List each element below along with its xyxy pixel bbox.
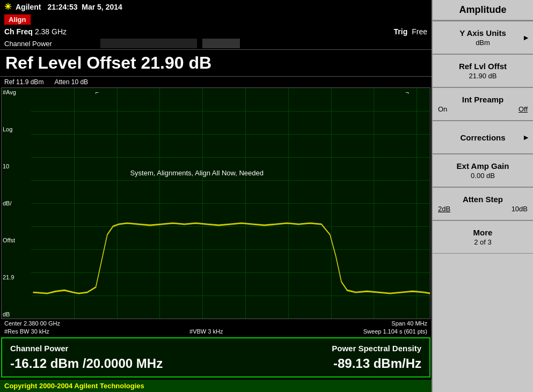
y-axis-units-value: dBm — [476, 39, 490, 47]
ch-freq-value: 2.38 GHz — [35, 27, 67, 36]
y-axis-units-arrow: ► — [522, 33, 530, 42]
int-preamp-on: On — [438, 105, 447, 113]
more-label: More — [473, 228, 493, 237]
bracket-left: ⌐ — [96, 89, 99, 95]
psd-header: Power Spectral Density — [332, 344, 421, 353]
ref-level-display: Ref Level Offset 21.90 dB — [0, 49, 432, 77]
sidebar-btn-ext-amp-gain[interactable]: Ext Amp Gain 0.00 dB — [433, 154, 533, 187]
result-box: Channel Power Power Spectral Density -16… — [1, 337, 430, 378]
sidebar-btn-y-axis-units[interactable]: Y Axis Units dBm ► — [433, 21, 533, 54]
atten-step-label: Atten Step — [463, 195, 503, 204]
corrections-label: Corrections — [460, 133, 505, 142]
ch-power-label: Channel Power — [4, 40, 52, 48]
graph-alignment-text: System, Alignments, Align All Now, Neede… — [130, 169, 264, 177]
agilent-icon: ✳ — [4, 2, 11, 12]
atten-label: Atten 10 dB — [54, 78, 88, 86]
channel-power-value: -16.12 dBm /20.0000 MHz — [10, 356, 163, 371]
ext-amp-gain-label: Ext Amp Gain — [457, 161, 509, 171]
y-axis-units-label: Y Axis Units — [459, 28, 506, 38]
result-box-header: Channel Power Power Spectral Density — [10, 344, 421, 353]
psd-value: -89.13 dBm/Hz — [333, 356, 421, 371]
graph-bottom-info-2: #Res BW 30 kHz #VBW 3 kHz Sweep 1.104 s … — [0, 328, 432, 335]
time-label: 21:24:53 Mar 5, 2014 — [47, 3, 122, 11]
copyright-bar: Copyright 2000-2004 Agilent Technologies — [0, 380, 432, 392]
sidebar-btn-corrections[interactable]: Corrections ► — [433, 121, 533, 154]
signal-trace — [2, 88, 430, 319]
header-bar: ✳ Agilent 21:24:53 Mar 5, 2014 — [0, 0, 432, 13]
int-preamp-label: Int Preamp — [462, 95, 504, 104]
trig-label: Trig — [394, 27, 408, 36]
int-preamp-off: Off — [519, 105, 528, 113]
sidebar-title: Amplitude — [433, 0, 533, 21]
atten-step-2db: 2dB — [438, 205, 450, 213]
bracket-right: ⌐ — [405, 89, 408, 95]
span-label: Span 40 MHz — [391, 320, 427, 327]
result-box-values: -16.12 dBm /20.0000 MHz -89.13 dBm/Hz — [10, 356, 421, 371]
corrections-arrow: ► — [522, 133, 530, 142]
res-bw-label: #Res BW 30 kHz — [4, 328, 49, 335]
ch-freq-bar: Ch Freq 2.38 GHz Trig Free — [0, 26, 432, 38]
brand-label: Agilent — [16, 3, 41, 11]
ch-power-box2 — [202, 39, 240, 48]
ch-power-box1 — [100, 39, 197, 48]
ref-lvl-offst-label: Ref Lvl Offst — [459, 62, 507, 71]
trig-value: Free — [412, 27, 427, 36]
sidebar-btn-atten-step[interactable]: Atten Step 2dB 10dB — [433, 187, 533, 220]
sidebar-btn-more[interactable]: More 2 of 3 — [433, 220, 533, 254]
sweep-label: Sweep 1.104 s (601 pts) — [363, 328, 427, 335]
graph-top-info: Ref 11.9 dBm Atten 10 dB — [0, 77, 432, 87]
atten-step-10db: 10dB — [512, 205, 528, 213]
sidebar-btn-int-preamp[interactable]: Int Preamp On Off — [433, 87, 533, 121]
graph-bottom-info-1: Center 2.380 00 GHz Span 40 MHz — [0, 319, 432, 328]
ext-amp-gain-value: 0.00 dB — [471, 172, 495, 180]
ch-freq-label: Ch Freq — [4, 27, 33, 36]
align-banner: Align — [4, 14, 31, 25]
ref-lvl-offst-value: 21.90 dB — [469, 72, 497, 80]
vbw-label: #VBW 3 kHz — [189, 328, 223, 335]
graph-area: #Avg Log 10 dB/ Offst 21.9 dB — [1, 87, 430, 319]
channel-power-row: Channel Power — [0, 38, 432, 49]
sidebar-btn-ref-lvl-offst[interactable]: Ref Lvl Offst 21.90 dB — [433, 54, 533, 87]
channel-power-header: Channel Power — [10, 344, 68, 353]
center-label: Center 2.380 00 GHz — [4, 320, 60, 327]
ref-label: Ref 11.9 dBm — [4, 78, 43, 86]
graph-container: Ref 11.9 dBm Atten 10 dB #Avg Log 10 dB/… — [0, 77, 432, 335]
more-value: 2 of 3 — [474, 238, 492, 246]
sidebar: Amplitude Y Axis Units dBm ► Ref Lvl Off… — [433, 0, 533, 392]
